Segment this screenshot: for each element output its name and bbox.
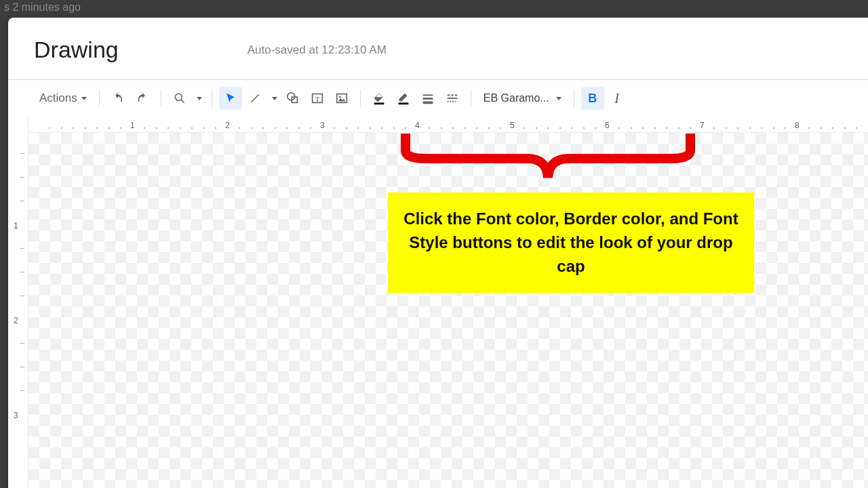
- svg-rect-15: [451, 95, 454, 96]
- ruler-dot: [167, 127, 169, 129]
- ruler-dot: [654, 127, 656, 129]
- svg-rect-21: [454, 101, 456, 102]
- drawing-canvas[interactable]: Click the Font color, Border color, and …: [28, 133, 868, 488]
- separator: [360, 89, 361, 107]
- background-text: s 2 minutes ago: [4, 1, 81, 14]
- fill-color-button[interactable]: [368, 87, 391, 110]
- image-icon: [334, 91, 349, 106]
- ruler-tick: 2: [225, 121, 230, 130]
- ruler-dash: [20, 272, 24, 272]
- ruler-dot: [452, 127, 454, 129]
- ruler-tick: 8: [795, 121, 800, 130]
- ruler-tick: 5: [510, 121, 515, 130]
- select-tool[interactable]: [219, 87, 242, 110]
- ruler-vertical[interactable]: 1 2 3: [8, 133, 28, 488]
- redo-icon: [135, 91, 150, 106]
- ruler-tick: 6: [605, 121, 610, 130]
- ruler-dot: [61, 127, 62, 129]
- line-tool[interactable]: [243, 87, 267, 110]
- redo-button[interactable]: [131, 87, 154, 110]
- zoom-icon: [173, 92, 186, 105]
- svg-rect-14: [447, 95, 450, 96]
- ruler-dot: [713, 127, 715, 129]
- ruler-horizontal-wrap: 1 2 3 4 5 6 7 8: [8, 117, 868, 133]
- ruler-dot: [73, 127, 74, 129]
- separator: [212, 89, 212, 107]
- ruler-dot: [381, 127, 382, 129]
- ruler-dot: [832, 127, 833, 129]
- ruler-dash: [20, 343, 24, 344]
- ruler-dot: [405, 127, 406, 129]
- bold-button[interactable]: B: [581, 87, 604, 110]
- ruler-dash: [20, 177, 24, 178]
- ruler-dot: [357, 127, 359, 129]
- ruler-dot: [180, 127, 181, 129]
- caret-down-icon: [556, 97, 561, 100]
- ruler-dot: [749, 127, 751, 129]
- ruler-dash: [20, 367, 24, 367]
- font-select[interactable]: EB Garamo...: [478, 89, 567, 107]
- cursor-icon: [224, 92, 237, 105]
- line-weight-icon: [420, 91, 435, 106]
- ruler-tick: 7: [700, 121, 705, 130]
- ruler-dash: [20, 201, 24, 201]
- ruler-dot: [761, 127, 762, 129]
- autosave-status: Auto-saved at 12:23:10 AM: [248, 43, 387, 57]
- border-color-button[interactable]: [392, 87, 415, 110]
- svg-line-1: [181, 100, 184, 103]
- ruler-corner: [8, 117, 28, 133]
- svg-rect-20: [452, 101, 454, 102]
- line-dropdown[interactable]: [268, 87, 280, 110]
- ruler-dot: [334, 127, 335, 129]
- undo-button[interactable]: [106, 87, 130, 110]
- border-dash-button[interactable]: [441, 87, 464, 110]
- svg-rect-17: [447, 98, 457, 99]
- ruler-dot: [441, 127, 442, 129]
- italic-button[interactable]: I: [606, 87, 629, 110]
- ruler-dot: [642, 127, 644, 129]
- ruler-dot: [429, 127, 430, 129]
- textbox-tool[interactable]: T: [306, 87, 329, 110]
- toolbar: Actions T: [8, 80, 868, 117]
- ruler-dot: [524, 127, 525, 129]
- ruler-dot: [571, 127, 572, 129]
- ruler-dot: [49, 127, 50, 129]
- ruler-dot: [690, 127, 691, 129]
- ruler-dot: [785, 127, 786, 129]
- svg-point-8: [339, 96, 341, 98]
- svg-text:T: T: [315, 95, 319, 103]
- ruler-dash: [20, 296, 24, 296]
- ruler-dot: [500, 127, 501, 129]
- ruler-dot: [85, 127, 86, 129]
- paint-bucket-icon: [372, 91, 387, 106]
- svg-line-2: [251, 94, 259, 102]
- shape-tool[interactable]: [281, 87, 304, 110]
- ruler-horizontal[interactable]: 1 2 3 4 5 6 7 8: [28, 117, 868, 133]
- actions-menu[interactable]: Actions: [34, 89, 92, 108]
- svg-rect-9: [374, 102, 384, 104]
- image-tool[interactable]: [330, 87, 353, 110]
- zoom-dropdown[interactable]: [193, 87, 205, 110]
- dialog-title: Drawing: [34, 37, 119, 63]
- svg-rect-13: [422, 102, 433, 104]
- zoom-button[interactable]: [168, 87, 191, 110]
- ruler-dot: [156, 127, 157, 129]
- ruler-dash: [20, 153, 24, 154]
- svg-point-3: [288, 93, 295, 100]
- svg-point-0: [175, 94, 182, 100]
- actions-label: Actions: [39, 92, 77, 105]
- font-name: EB Garamo...: [484, 92, 549, 104]
- border-weight-button[interactable]: [416, 87, 439, 110]
- ruler-dot: [666, 127, 667, 129]
- ruler-dot: [631, 127, 632, 129]
- svg-rect-11: [422, 95, 433, 96]
- ruler-tick: 4: [415, 121, 420, 130]
- ruler-dot: [595, 127, 596, 129]
- ruler-dot: [346, 127, 347, 129]
- ruler-dot: [559, 127, 561, 129]
- shape-icon: [285, 91, 300, 106]
- ruler-dot: [251, 127, 252, 129]
- ruler-dot: [773, 127, 774, 129]
- textbox-icon: T: [310, 91, 325, 106]
- line-icon: [248, 92, 262, 105]
